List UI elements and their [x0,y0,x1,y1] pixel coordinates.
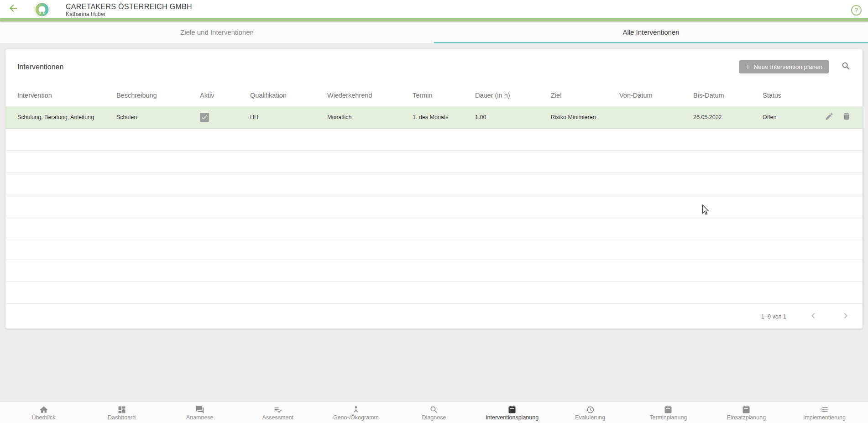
checklist-icon [273,404,282,414]
nav-item-evaluierung[interactable]: Evaluierung [551,402,629,423]
person-network-icon [351,404,361,414]
planner-icon [664,404,673,414]
empty-table-row [5,129,863,151]
nav-item-anamnese[interactable]: Anamnese [161,402,239,423]
cell-bis-datum: 26.05.2022 [693,114,763,120]
chevron-right-icon [840,310,851,323]
new-intervention-label: Neue Intervention planen [753,63,822,70]
nav-item-einsatzplanung[interactable]: Einsatzplanung [707,402,785,423]
panel-title: Interventionen [17,63,63,71]
back-arrow-icon [8,3,19,16]
cell-termin: 1. des Monats [413,114,475,120]
column-header-bis-datum: Bis-Datum [693,92,763,99]
column-header-ziel: Ziel [551,92,619,99]
delete-button[interactable] [842,112,852,122]
home-icon [39,404,48,414]
pagination-bar: 1–9 von 1 [5,304,863,329]
column-header-dauer: Dauer (in h) [475,92,551,99]
table-row[interactable]: Schulung, Beratung, Anleitung Schulen HH… [5,106,863,129]
cell-qualifikation: HH [250,114,327,120]
column-header-beschreibung: Beschreibung [116,92,200,99]
patient-name: Katharina Huber [66,11,192,17]
cell-status: Offen [763,114,822,120]
empty-rows-container [5,129,863,304]
column-header-wiederkehrend: Wiederkehrend [327,92,413,99]
table-header-row: Intervention Beschreibung Aktiv Qualifik… [5,84,863,106]
column-header-aktiv: Aktiv [200,92,250,99]
empty-table-row [5,282,863,304]
interventions-panel: Interventionen + Neue Intervention plane… [5,49,863,329]
search-button[interactable] [841,62,852,73]
empty-table-row [5,151,863,172]
previous-page-button[interactable] [808,311,819,322]
column-header-status: Status [763,92,822,99]
nav-item-implementierung[interactable]: Implementierung [785,402,863,423]
nav-item-assessment[interactable]: Assessment [239,402,317,423]
cell-wiederkehrend: Monatlich [327,114,413,120]
dashboard-icon [117,404,126,414]
planner-icon [742,404,751,414]
tab-bar: Ziele und Interventionen Alle Interventi… [0,21,868,43]
pagination-range-label: 1–9 von 1 [761,313,786,320]
chat-icon [195,404,204,414]
plus-icon: + [746,63,751,71]
search-icon [841,61,851,73]
help-button[interactable]: ? [851,5,862,16]
app-header: CARETAKERS ÖSTERREICH GMBH Katharina Hub… [0,0,868,18]
accent-bar [0,18,868,21]
empty-table-row [5,238,863,260]
next-page-button[interactable] [840,311,851,322]
nav-item-diagnose[interactable]: Diagnose [395,402,473,423]
list-icon [820,404,829,414]
planner-icon [507,404,517,414]
column-header-intervention: Intervention [17,92,116,99]
cell-ziel: Risiko Minimieren [551,114,619,120]
trash-icon [842,112,851,123]
bottom-navigation: Überblick Dashboard Anamnese Assessment … [0,401,868,423]
aktiv-checkbox[interactable] [200,113,209,122]
nav-item-interventionsplanung[interactable]: Interventionsplanung [473,402,551,423]
cell-dauer: 1.00 [475,114,551,120]
page-title: CARETAKERS ÖSTERREICH GMBH [66,3,192,11]
back-button[interactable] [6,2,20,16]
history-icon [586,404,595,414]
edit-button[interactable] [824,112,834,122]
column-header-von-datum: Von-Datum [619,92,693,99]
empty-table-row [5,194,863,216]
pencil-icon [825,112,834,123]
empty-table-row [5,172,863,194]
nav-item-terminplanung[interactable]: Terminplanung [629,402,707,423]
nav-item-ueberblick[interactable]: Überblick [5,402,83,423]
cell-intervention: Schulung, Beratung, Anleitung [17,114,116,120]
chevron-left-icon [808,310,819,323]
column-header-termin: Termin [413,92,475,99]
empty-table-row [5,260,863,282]
cell-beschreibung: Schulen [116,114,200,120]
nav-item-geno-oekogramm[interactable]: Geno-/Ökogramm [317,402,395,423]
tab-ziele-und-interventionen[interactable]: Ziele und Interventionen [0,21,434,43]
empty-table-row [5,216,863,238]
app-logo [33,1,51,20]
search-icon [429,404,439,414]
new-intervention-button[interactable]: + Neue Intervention planen [739,60,829,73]
column-header-qualifikation: Qualifikation [250,92,327,99]
nav-item-dashboard[interactable]: Dashboard [83,402,161,423]
tab-alle-interventionen[interactable]: Alle Interventionen [434,21,868,43]
